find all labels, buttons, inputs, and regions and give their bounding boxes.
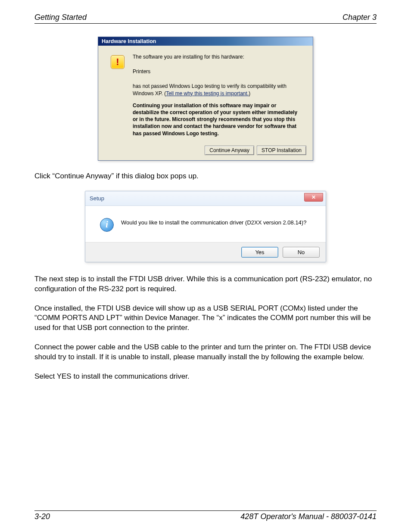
body-text: Connect the power cable and the USB cabl… bbox=[34, 342, 377, 362]
header-left: Getting Started bbox=[34, 13, 87, 22]
dialog-title: Setup bbox=[90, 195, 104, 202]
header-right: Chapter 3 bbox=[342, 13, 377, 22]
dialog-message: Would you like to install the communicat… bbox=[118, 218, 317, 232]
dialog-text: Printers bbox=[133, 68, 302, 75]
footer-right: 428T Operator's Manual - 880037-0141 bbox=[240, 512, 377, 521]
body-text: The next step is to install the FTDI USB… bbox=[34, 274, 377, 294]
setup-dialog: Setup ✕ i Would you like to install the … bbox=[85, 191, 326, 262]
dialog-warning-text: Continuing your installation of this sof… bbox=[133, 102, 302, 137]
body-text: Click “Continue Anyway” if this dialog b… bbox=[34, 171, 377, 181]
yes-button[interactable]: Yes bbox=[241, 247, 278, 258]
no-button[interactable]: No bbox=[283, 247, 320, 258]
page-footer: 3-20 428T Operator's Manual - 880037-014… bbox=[34, 510, 377, 521]
dialog-text: has not passed Windows Logo testing to v… bbox=[133, 83, 302, 96]
body-text: Once installed, the FTDI USB device will… bbox=[34, 304, 377, 333]
body-text: Select YES to install the communications… bbox=[34, 372, 377, 382]
dialog-text: The software you are installing for this… bbox=[133, 53, 302, 60]
continue-anyway-button[interactable]: Continue Anyway bbox=[205, 146, 254, 155]
footer-left: 3-20 bbox=[34, 512, 50, 521]
hardware-installation-dialog: Hardware Installation ! The software you… bbox=[98, 37, 313, 161]
page-header: Getting Started Chapter 3 bbox=[34, 13, 377, 24]
dialog-title: Hardware Installation bbox=[98, 37, 313, 46]
testing-important-link[interactable]: Tell me why this testing is important. bbox=[166, 90, 249, 96]
stop-installation-button[interactable]: STOP Installation bbox=[257, 146, 306, 155]
info-icon: i bbox=[100, 218, 114, 232]
warning-icon: ! bbox=[111, 55, 125, 69]
close-icon: ✕ bbox=[311, 194, 316, 200]
close-button[interactable]: ✕ bbox=[304, 193, 323, 202]
